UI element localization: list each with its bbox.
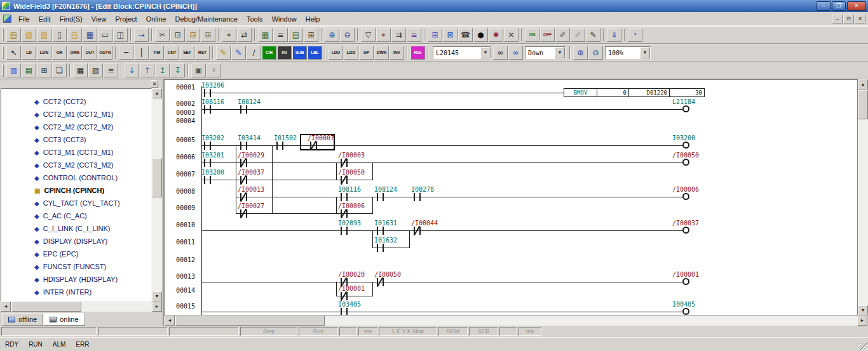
ree-button[interactable]: Ree — [410, 46, 425, 60]
sidebar-item-cyl_tact[interactable]: ◆CYL_TACT (CYL_TACT) — [1, 197, 151, 209]
outn-coil-button[interactable]: OUTN — [98, 46, 112, 60]
ladder-canvas[interactable]: 00001I03206BMOV0D012203000002I08116I0812… — [164, 79, 858, 315]
scroll-down-icon[interactable]: ▼ — [858, 305, 868, 315]
tree-hscrollbar-thumb[interactable] — [11, 301, 81, 312]
ladder-scrollbar-thumb[interactable] — [858, 90, 868, 119]
comment-view-button[interactable]: ▤ — [288, 28, 303, 42]
forced-reset-button[interactable]: ✐ — [571, 28, 585, 42]
horizontal-line-button[interactable]: ─ — [119, 46, 133, 60]
ldn-contact-button[interactable]: LDN — [37, 46, 51, 60]
jump-next-button[interactable]: ↓ — [125, 63, 139, 77]
rst-instruction-button[interactable]: RST — [195, 46, 210, 60]
capture-button[interactable]: ▣ — [191, 63, 206, 77]
menu-tools[interactable]: Tools — [242, 13, 268, 25]
contact-I03202[interactable] — [203, 142, 212, 150]
contact-off-button[interactable]: OFF — [540, 28, 555, 42]
zoom-out-button[interactable]: ⊖ — [340, 28, 355, 42]
search-device-button[interactable]: ⌖ — [376, 28, 391, 42]
contact-I08124[interactable] — [376, 193, 385, 201]
coil-I00405[interactable] — [682, 308, 689, 315]
scroll-right-icon[interactable]: ► — [152, 301, 162, 312]
menu-online[interactable]: Online — [142, 13, 171, 25]
coil-not-I00050[interactable] — [682, 159, 689, 166]
contact-not-I00029[interactable] — [239, 159, 248, 167]
instruction-list-view-button[interactable]: ≡ — [273, 28, 288, 42]
block-monitor-button[interactable]: ▤ — [22, 63, 36, 77]
find-device-button[interactable]: ∞ — [493, 46, 508, 60]
menu-view[interactable]: View — [87, 13, 111, 25]
contact-not-I00006[interactable] — [339, 209, 349, 218]
instruction-box-bmov[interactable]: BMOV0D0122030 — [564, 88, 705, 97]
sidebar-item-cct2[interactable]: ◆CCT2 (CCT2) — [1, 95, 151, 108]
scroll-down-icon[interactable]: ▼ — [152, 291, 162, 301]
chevron-down-icon[interactable]: ▼ — [480, 47, 491, 58]
ladder-horizontal-scrollbar[interactable]: ◄ ► — [165, 315, 867, 326]
mdi-restore-button[interactable]: ⊡ — [843, 15, 854, 23]
find-button[interactable]: ⌖ — [222, 28, 236, 42]
inv-button[interactable]: INV — [390, 46, 404, 60]
contact-not-I00050[interactable] — [376, 278, 385, 286]
find-replace-button[interactable]: ⇄ — [237, 28, 252, 42]
coil-L21184[interactable] — [682, 105, 689, 112]
monitor-start-button[interactable]: ⊞ — [428, 28, 442, 42]
download-to-plc-button[interactable]: → — [134, 28, 149, 42]
menu-help[interactable]: Help — [301, 13, 325, 25]
find-device-all-blocks-button[interactable]: ∞ — [508, 46, 523, 60]
contact-not-I00003[interactable] — [339, 159, 349, 167]
dwn-button[interactable]: DWN — [374, 46, 389, 60]
device-usage-button[interactable]: ≡ — [407, 28, 421, 42]
ladder-vertical-scrollbar[interactable]: ▲ ▼ — [858, 79, 868, 315]
menu-project[interactable]: Project — [111, 13, 141, 25]
arrange-icons-button[interactable]: ≡ — [104, 63, 118, 77]
toolbar-grip[interactable] — [2, 29, 4, 41]
contact-on-button[interactable]: ON — [525, 28, 539, 42]
coil-I03200[interactable] — [682, 142, 689, 149]
tree-horizontal-scrollbar[interactable]: ◄ ► — [1, 301, 162, 312]
scroll-left-icon[interactable]: ◄ — [1, 301, 11, 312]
or-contact-button[interactable]: OR — [52, 46, 67, 60]
ladder-view-button[interactable]: ▦ — [258, 28, 273, 42]
help-button[interactable]: ? — [628, 28, 642, 42]
cnt-instruction-button[interactable]: CNT — [165, 46, 179, 60]
mdi-minimize-button[interactable]: – — [832, 15, 843, 23]
zoom-in-view-button[interactable]: ⊕ — [573, 46, 588, 60]
monitor-stop-button[interactable]: ⊠ — [443, 28, 458, 42]
open-block-button[interactable]: ▤ — [67, 28, 82, 42]
cascade-windows-button[interactable]: ▧ — [88, 63, 103, 77]
contact-I01502[interactable] — [275, 142, 285, 150]
delete-button[interactable]: ✕ — [504, 28, 519, 42]
chevron-down-icon[interactable]: ▼ — [555, 47, 565, 58]
sidebar-item-c_i_link[interactable]: ◆C_I_LINK (C_I_LINK) — [1, 222, 151, 235]
select-mode-button[interactable]: ↖ — [6, 46, 21, 60]
contact-I08124[interactable] — [239, 105, 248, 114]
sidebar-item-display[interactable]: ◆DISPLAY (DISPLAY) — [1, 235, 151, 248]
menu-file[interactable]: File — [14, 13, 34, 25]
sidebar-item-cct2_m1[interactable]: ◆CCT2_M1 (CCT2_M1) — [1, 108, 151, 121]
menu-window[interactable]: Window — [268, 13, 301, 25]
sidebar-item-inter[interactable]: ◆INTER (INTER) — [1, 286, 151, 298]
jump-top-button[interactable]: ↥ — [155, 63, 170, 77]
lbl-button[interactable]: LBL — [308, 46, 322, 60]
sub-button[interactable]: SUB — [292, 46, 307, 60]
contact-I03405[interactable] — [339, 308, 349, 315]
new-block-button[interactable]: ▯ — [52, 28, 67, 42]
contact-not-I00001[interactable] — [339, 292, 349, 300]
online-connect-button[interactable]: ☎ — [458, 28, 473, 42]
cir-button[interactable]: CIR — [262, 46, 276, 60]
filter-button[interactable]: ▽ — [361, 28, 376, 42]
set-instruction-button[interactable]: SET — [180, 46, 194, 60]
menu-debugmaintenance[interactable]: Debug/Maintenance — [170, 13, 241, 25]
scroll-left-icon[interactable]: ◄ — [165, 315, 175, 326]
edit-line-pen-button[interactable]: ✎ — [216, 46, 231, 60]
ld-contact-button[interactable]: LD — [22, 46, 36, 60]
coil-not-I00001[interactable] — [682, 278, 689, 285]
sidebar-item-hdisplay[interactable]: ◆HDISPLAY (HDISPLAY) — [1, 273, 151, 286]
orn-contact-button[interactable]: ORN — [67, 46, 82, 60]
sidebar-item-cpinch[interactable]: ▣CPINCH (CPINCH) — [1, 184, 151, 197]
sidebar-item-cct3[interactable]: ◆CCT3 (CCT3) — [1, 133, 151, 146]
close-panel-icon[interactable]: ✕ — [151, 80, 158, 88]
print-preview-button[interactable]: ◫ — [113, 28, 128, 42]
new-project-button[interactable]: ▤ — [6, 28, 21, 42]
scroll-up-icon[interactable]: ▲ — [152, 88, 162, 98]
sidebar-item-control[interactable]: ◆CONTROL (CONTROL) — [1, 171, 151, 184]
